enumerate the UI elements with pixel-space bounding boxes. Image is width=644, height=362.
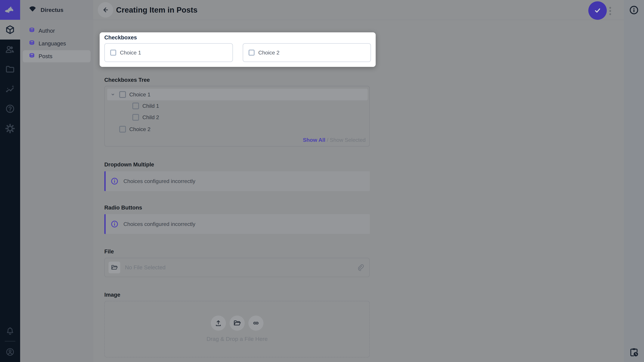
field-label-dropdown-multiple: Dropdown Multiple [104,161,154,168]
nav-item-author[interactable]: Author [23,25,90,37]
info-icon [111,177,118,185]
project-name: Directus [40,7,64,13]
checkbox-unchecked[interactable] [132,114,139,121]
help-icon [5,104,15,114]
checkbox-option-choice1[interactable]: Choice 1 [104,43,233,62]
info-sidebar-button[interactable] [628,5,639,15]
nav-item-posts[interactable]: Posts [23,50,90,62]
arrow-back-icon [102,6,110,14]
directus-app: Directus Author Languages Pos [0,0,644,362]
kebab-dot [609,10,611,12]
check-icon [593,6,602,15]
folder-icon [5,64,15,74]
checkbox-unchecked[interactable] [119,126,126,133]
notifications-button[interactable] [0,327,20,336]
field-label-radio-buttons: Radio Buttons [104,204,142,211]
link-icon [252,319,260,327]
chevron-down-icon[interactable] [110,91,116,97]
dropdown-multiple-notice: Choices configured incorrectly [104,171,370,191]
import-from-url-button[interactable] [248,316,264,331]
tree-item-label: Child 1 [142,103,159,109]
upload-icon [214,319,222,327]
tree-row-choice1[interactable]: Choice 1 [110,89,150,100]
image-dropzone[interactable]: Drag & Drop a File Here [104,301,370,358]
module-help[interactable] [0,99,20,119]
checkbox-unchecked[interactable] [119,91,126,98]
save-button[interactable] [588,1,607,20]
account-button[interactable] [0,348,20,356]
tree-footer: Show All / Show Selected [303,137,366,143]
nav-item-label: Languages [38,40,66,47]
kebab-dot [609,7,611,9]
info-icon [629,5,639,15]
module-files[interactable] [0,59,20,79]
paperclip-icon[interactable] [357,264,364,271]
kebab-dot [609,13,611,15]
browse-files-button[interactable] [108,262,120,273]
notice-text: Choices configured incorrectly [124,221,196,227]
module-content[interactable] [0,20,20,39]
gear-icon [5,124,15,133]
nav-item-languages[interactable]: Languages [23,37,90,50]
database-icon [28,53,36,60]
footer-separator: / [325,137,330,143]
insights-icon [5,84,15,94]
file-placeholder: No File Selected [125,264,357,271]
radio-buttons-notice: Choices configured incorrectly [104,214,370,234]
dropzone-actions [105,316,369,331]
field-label-file: File [104,248,114,255]
avatar-icon [6,348,14,357]
box-icon [5,25,15,34]
nav-sidebar: Directus Author Languages Pos [20,0,93,362]
module-settings[interactable] [0,119,20,138]
revisions-button[interactable] [629,347,639,357]
field-label-image: Image [104,292,120,298]
checkbox-unchecked[interactable] [248,50,254,56]
nav-item-label: Author [38,28,55,34]
file-input[interactable]: No File Selected [104,258,370,277]
module-insights[interactable] [0,79,20,99]
project-chooser[interactable]: Directus [20,0,93,20]
tree-item-label: Choice 1 [129,91,150,98]
checkbox-unchecked[interactable] [110,50,116,56]
checkbox-option-choice2[interactable]: Choice 2 [243,43,371,62]
tree-item-label: Child 2 [142,114,159,120]
tree-row-child1[interactable]: Child 1 [132,100,159,112]
back-button[interactable] [98,2,113,17]
show-selected-link[interactable]: Show Selected [330,137,366,143]
checkbox-unchecked[interactable] [132,103,139,109]
rabbit-logo-icon [4,4,16,16]
notice-text: Choices configured incorrectly [124,178,196,184]
right-sidebar [624,0,644,362]
database-icon [28,40,36,47]
nav-item-label: Posts [38,53,52,59]
project-wedge-icon [28,6,37,14]
checkboxes-tree-field: Choice 1 Child 1 Child 2 Choice 2 Show A… [104,86,370,147]
dropzone-hint: Drag & Drop a File Here [105,336,369,342]
database-icon [28,27,36,34]
page-title: Creating Item in Posts [116,0,198,20]
clipboard-clock-icon [629,347,639,357]
choose-from-library-button[interactable] [230,316,245,331]
tree-item-label: Choice 2 [129,126,150,132]
field-label-checkboxes-tree: Checkboxes Tree [104,77,150,83]
module-users[interactable] [0,39,20,59]
checkbox-option-label: Choice 1 [120,50,141,56]
header-divider [93,20,624,20]
checkbox-option-label: Choice 2 [258,50,280,56]
directus-logo[interactable] [0,0,20,20]
folder-open-icon [233,319,241,327]
field-label-checkboxes: Checkboxes [104,34,137,41]
bell-icon [6,327,14,336]
tree-row-choice2[interactable]: Choice 2 [119,123,150,135]
show-all-link[interactable]: Show All [303,137,325,143]
module-bar [0,0,20,362]
upload-file-button[interactable] [211,316,226,331]
field-checkboxes: Checkboxes Choice 1 Choice 2 [100,32,376,67]
tree-row-child2[interactable]: Child 2 [132,112,159,123]
folder-open-icon [111,264,118,271]
item-options-button[interactable] [607,3,614,18]
people-icon [5,44,15,54]
sidebar-divider [5,341,16,342]
info-icon [111,220,118,228]
